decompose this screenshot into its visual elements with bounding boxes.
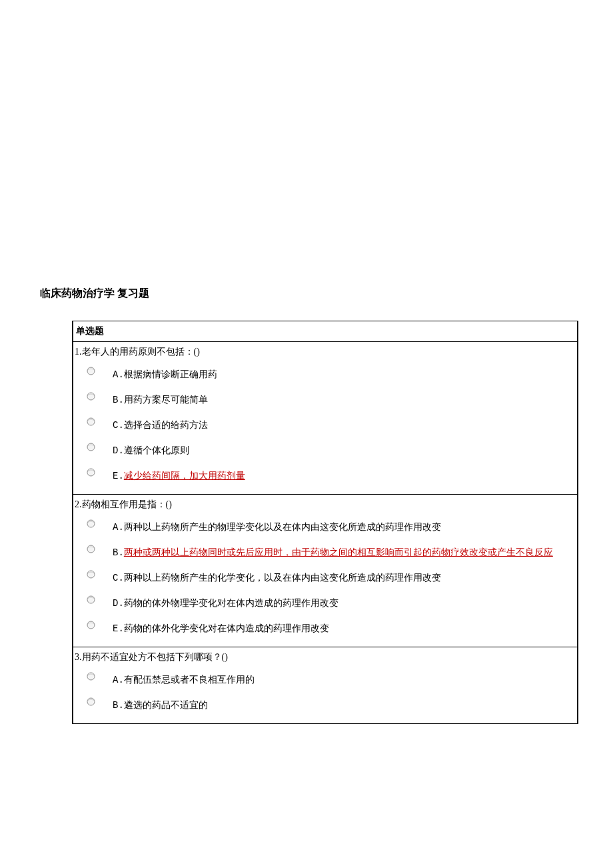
radio-icon[interactable] bbox=[87, 545, 95, 553]
radio-icon[interactable] bbox=[87, 468, 95, 477]
radio-icon[interactable] bbox=[87, 697, 95, 706]
option-row: D.药物的体外物理学变化对在体内造成的药理作用改变 bbox=[73, 591, 577, 616]
option-label: C.两种以上药物所产生的化学变化，以及在体内由这变化所造成的药理作用改变 bbox=[113, 572, 441, 584]
question-block: 2.药物相互作用是指：()A.两种以上药物所产生的物理学变化以及在体内由这变化所… bbox=[73, 495, 578, 647]
option-label: A.根据病情诊断正确用药 bbox=[113, 369, 217, 381]
question-block: 1.老年人的用药原则不包括：()A.根据病情诊断正确用药B.用药方案尽可能简单C… bbox=[73, 342, 578, 495]
answer-text: 两种或两种以上药物同时或先后应用时，由于药物之间的相互影响而引起的药物疗效改变或… bbox=[124, 547, 553, 558]
option-row: A.根据病情诊断正确用药 bbox=[73, 362, 577, 387]
quiz-table: 单选题 1.老年人的用药原则不包括：()A.根据病情诊断正确用药B.用药方案尽可… bbox=[72, 321, 578, 724]
radio-icon[interactable] bbox=[87, 392, 95, 401]
option-row: B.用药方案尽可能简单 bbox=[73, 387, 577, 413]
option-row: C.选择合适的给药方法 bbox=[73, 413, 577, 438]
option-row: E.减少给药间隔，加大用药剂量 bbox=[73, 463, 577, 489]
option-label: B.两种或两种以上药物同时或先后应用时，由于药物之间的相互影响而引起的药物疗效改… bbox=[113, 547, 553, 559]
option-row: C.两种以上药物所产生的化学变化，以及在体内由这变化所造成的药理作用改变 bbox=[73, 565, 577, 591]
option-row: E.药物的体外化学变化对在体内造成的药理作用改变 bbox=[73, 616, 577, 641]
section-header: 单选题 bbox=[73, 321, 578, 342]
question-stem: 1.老年人的用药原则不包括：() bbox=[73, 342, 577, 362]
answer-text: 减少给药间隔，加大用药剂量 bbox=[124, 471, 245, 481]
radio-icon[interactable] bbox=[87, 621, 95, 629]
option-row: D.遵循个体化原则 bbox=[73, 438, 577, 463]
question-stem: 2.药物相互作用是指：() bbox=[73, 495, 577, 515]
option-row: B.两种或两种以上药物同时或先后应用时，由于药物之间的相互影响而引起的药物疗效改… bbox=[73, 540, 577, 565]
radio-icon[interactable] bbox=[87, 367, 95, 375]
option-row: B.遴选的药品不适宜的 bbox=[73, 693, 577, 718]
option-label: A.有配伍禁忌或者不良相互作用的 bbox=[113, 674, 255, 686]
option-row: A.有配伍禁忌或者不良相互作用的 bbox=[73, 667, 577, 693]
question-stem: 3.用药不适宜处方不包括下列哪项？() bbox=[73, 647, 577, 667]
radio-icon[interactable] bbox=[87, 519, 95, 528]
option-row: A.两种以上药物所产生的物理学变化以及在体内由这变化所造成的药理作用改变 bbox=[73, 515, 577, 540]
option-label: B.用药方案尽可能简单 bbox=[113, 394, 208, 406]
option-label: A.两种以上药物所产生的物理学变化以及在体内由这变化所造成的药理作用改变 bbox=[113, 521, 441, 533]
radio-icon[interactable] bbox=[87, 443, 95, 451]
radio-icon[interactable] bbox=[87, 417, 95, 426]
option-label: E.减少给药间隔，加大用药剂量 bbox=[113, 470, 245, 482]
option-label: E.药物的体外化学变化对在体内造成的药理作用改变 bbox=[113, 623, 329, 635]
question-block: 3.用药不适宜处方不包括下列哪项？()A.有配伍禁忌或者不良相互作用的B.遴选的… bbox=[73, 647, 578, 724]
radio-icon[interactable] bbox=[87, 570, 95, 579]
radio-icon[interactable] bbox=[87, 672, 95, 681]
radio-icon[interactable] bbox=[87, 595, 95, 604]
option-label: D.药物的体外物理学变化对在体内造成的药理作用改变 bbox=[113, 597, 338, 609]
option-label: B.遴选的药品不适宜的 bbox=[113, 699, 208, 711]
option-label: D.遵循个体化原则 bbox=[113, 445, 189, 457]
page-title: 临床药物治疗学 复习题 bbox=[40, 287, 573, 301]
option-label: C.选择合适的给药方法 bbox=[113, 419, 208, 431]
